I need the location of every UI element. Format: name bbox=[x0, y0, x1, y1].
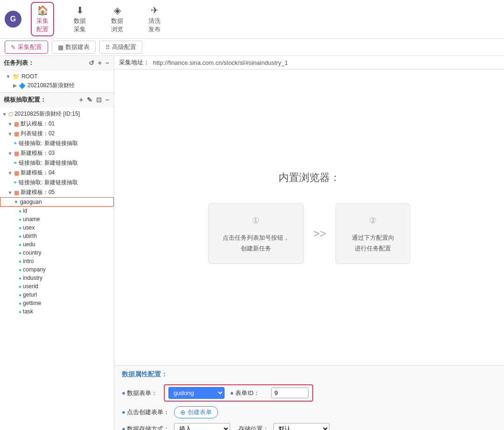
tmpl-05-expand: ▼ bbox=[7, 190, 13, 195]
nav-label-data-collect: 数据采集 bbox=[74, 17, 86, 34]
tmpl-01[interactable]: ▼ ▦ 默认模板：01 bbox=[0, 119, 114, 129]
template-section: 模板抽取配置： + ✎ ⊡ − ▼ ⬡ 20210825新浪财经 [ID:15]… bbox=[0, 93, 114, 430]
layers-icon: ◈ bbox=[114, 5, 121, 16]
nav-item-clean-publish[interactable]: ✈ 清洗发布 bbox=[143, 2, 166, 36]
storage-location-select[interactable]: 默认 bbox=[273, 423, 329, 430]
tmpl-03-link[interactable]: ⚭ 链接抽取: 新建链接抽取 bbox=[0, 158, 114, 168]
tmpl-root-expand: ▼ bbox=[2, 111, 7, 117]
field-dot-country: ● bbox=[19, 250, 21, 256]
folder-icon: 📁 bbox=[13, 73, 20, 80]
table-label: 数据表单： bbox=[122, 389, 159, 397]
top-nav: G 🏠 采集配置 ⬇ 数据采集 ◈ 数据浏览 ✈ 清洗发布 bbox=[0, 0, 504, 39]
address-input[interactable] bbox=[153, 59, 499, 66]
config-title: 数据属性配置： bbox=[122, 370, 497, 379]
field-company[interactable]: ● company bbox=[0, 265, 114, 274]
field-task-label: task bbox=[23, 308, 33, 315]
field-dot-gettime: ● bbox=[19, 301, 21, 306]
field-uname[interactable]: ● uname bbox=[0, 215, 114, 223]
address-label: 采集地址： bbox=[119, 58, 149, 67]
expand-icon-task: ▶ bbox=[13, 83, 17, 89]
browser-steps: ① 点击任务列表加号按钮，创建新任务 >> ② 通过下方配置向进行任务配置 bbox=[208, 203, 410, 264]
nav-item-collect-config[interactable]: 🏠 采集配置 bbox=[31, 2, 54, 36]
tmpl-02[interactable]: ▼ ▦ 列表链接：02 bbox=[0, 129, 114, 139]
tree-item-task1[interactable]: ▶ 🔷 20210825新浪财经 bbox=[0, 81, 114, 90]
tmpl-table-icon-02: ▦ bbox=[14, 131, 19, 137]
tmpl-04-link[interactable]: ⚭ 链接抽取: 新建链接抽取 bbox=[0, 178, 114, 187]
field-gettime[interactable]: ● gettime bbox=[0, 299, 114, 307]
field-country[interactable]: ● country bbox=[0, 249, 114, 257]
advanced-config-btn[interactable]: ⠿ 高级配置 bbox=[99, 41, 142, 54]
tree-item-root[interactable]: ▼ 📁 ROOT bbox=[0, 72, 114, 81]
template-section-label: 模板抽取配置： bbox=[4, 96, 46, 104]
main-container: 任务列表： ↺ + − ▼ 📁 ROOT ▶ 🔷 20210825新浪财经 bbox=[0, 56, 504, 430]
task-list-body: ▼ 📁 ROOT ▶ 🔷 20210825新浪财经 bbox=[0, 70, 114, 92]
create-table-btn[interactable]: ⊕ 创建表单 bbox=[174, 406, 218, 418]
tmpl-04[interactable]: ▼ ▦ 新建模板：04 bbox=[0, 168, 114, 178]
tmpl-05[interactable]: ▼ ▦ 新建模板：05 bbox=[0, 187, 114, 197]
field-ubirth[interactable]: ● ubirth bbox=[0, 232, 114, 240]
field-gettime-label: gettime bbox=[23, 300, 41, 306]
field-industry-label: industry bbox=[23, 275, 42, 281]
tmpl-02-link[interactable]: ⚭ 链接抽取: 新建链接抽取 bbox=[0, 139, 114, 148]
tmpl-root[interactable]: ▼ ⬡ 20210825新浪财经 [ID:15] bbox=[0, 109, 114, 119]
toolbar: ✎ 采集配置 ▦ 数据建表 ⠿ 高级配置 bbox=[0, 39, 504, 56]
field-geturl[interactable]: ● geturl bbox=[0, 291, 114, 299]
tmpl-02-expand: ▼ bbox=[7, 131, 13, 137]
tmpl-edit-icon[interactable]: ✎ bbox=[86, 96, 93, 104]
task-section-header: 任务列表： ↺ + − bbox=[0, 56, 114, 70]
field-task[interactable]: ● task bbox=[0, 307, 114, 316]
task-add-icon[interactable]: + bbox=[97, 59, 103, 67]
field-industry[interactable]: ● industry bbox=[0, 274, 114, 282]
task-refresh-icon[interactable]: ↺ bbox=[88, 59, 95, 67]
field-id[interactable]: ● id bbox=[0, 207, 114, 215]
nav-item-data-collect[interactable]: ⬇ 数据采集 bbox=[68, 2, 91, 36]
field-ubirth-label: ubirth bbox=[23, 233, 37, 239]
nav-label-clean-publish: 清洗发布 bbox=[148, 17, 161, 34]
field-company-label: company bbox=[23, 266, 46, 273]
step-1-text: 点击任务列表加号按钮，创建新任务 bbox=[223, 232, 289, 254]
field-intro[interactable]: ● intro bbox=[0, 257, 114, 265]
sidebar: 任务列表： ↺ + − ▼ 📁 ROOT ▶ 🔷 20210825新浪财经 bbox=[0, 56, 114, 430]
task-remove-icon[interactable]: − bbox=[105, 59, 110, 67]
tmpl-root-label: 20210825新浪财经 [ID:15] bbox=[14, 110, 80, 118]
tmpl-root-icon: ⬡ bbox=[8, 111, 13, 118]
create-table-label: 点击创建表单： bbox=[122, 408, 169, 416]
nav-label-collect-config: 采集配置 bbox=[36, 17, 49, 34]
task-icon: 🔷 bbox=[19, 83, 26, 89]
field-dot-industry: ● bbox=[19, 276, 21, 281]
table-id-input[interactable] bbox=[271, 388, 308, 398]
collect-config-label: 采集配置 bbox=[18, 43, 42, 51]
tmpl-add-icon[interactable]: + bbox=[78, 96, 84, 104]
field-geturl-label: geturl bbox=[23, 291, 37, 298]
nav-item-data-browse[interactable]: ◈ 数据浏览 bbox=[105, 2, 129, 36]
tmpl-gaoguan[interactable]: ▼ gaoguan bbox=[0, 197, 114, 207]
step-arrow: >> bbox=[313, 227, 326, 240]
tmpl-copy-icon[interactable]: ⊡ bbox=[95, 96, 103, 104]
field-id-label: id bbox=[23, 208, 27, 214]
tmpl-03-expand: ▼ bbox=[7, 151, 13, 156]
field-dot-usex: ● bbox=[19, 225, 21, 230]
data-table-btn[interactable]: ▦ 数据建表 bbox=[52, 41, 96, 54]
field-userid[interactable]: ● userid bbox=[0, 282, 114, 291]
field-dot-uedu: ● bbox=[19, 242, 21, 247]
template-section-icons: + ✎ ⊡ − bbox=[78, 96, 110, 104]
template-body: ▼ ⬡ 20210825新浪财经 [ID:15] ▼ ▦ 默认模板：01 ▼ ▦… bbox=[0, 107, 114, 318]
storage-select[interactable]: 插入 bbox=[174, 423, 230, 430]
edit-icon: ✎ bbox=[11, 44, 16, 51]
tmpl-01-label: 默认模板：01 bbox=[21, 120, 55, 128]
field-dot-userid: ● bbox=[19, 284, 21, 289]
collect-config-btn[interactable]: ✎ 采集配置 bbox=[5, 41, 48, 54]
field-uedu[interactable]: ● uedu bbox=[0, 240, 114, 249]
browser-area: 内置浏览器： ① 点击任务列表加号按钮，创建新任务 >> ② 通过下方配置向进行… bbox=[114, 69, 504, 365]
tmpl-remove-icon[interactable]: − bbox=[105, 96, 110, 104]
tmpl-table-icon-03: ▦ bbox=[14, 150, 19, 157]
field-dot-task: ● bbox=[19, 309, 21, 314]
field-usex[interactable]: ● usex bbox=[0, 223, 114, 232]
nav-label-data-browse: 数据浏览 bbox=[111, 17, 123, 34]
tmpl-03[interactable]: ▼ ▦ 新建模板：03 bbox=[0, 148, 114, 158]
field-dot-uname: ● bbox=[19, 217, 21, 222]
right-area: 采集地址： 内置浏览器： ① 点击任务列表加号按钮，创建新任务 >> ② 通过下… bbox=[114, 56, 504, 430]
table-select[interactable]: gudong bbox=[168, 387, 224, 399]
tmpl-02-link-label: 链接抽取: 新建链接抽取 bbox=[19, 139, 78, 147]
storage-label: 数据存储方式： bbox=[122, 425, 169, 430]
